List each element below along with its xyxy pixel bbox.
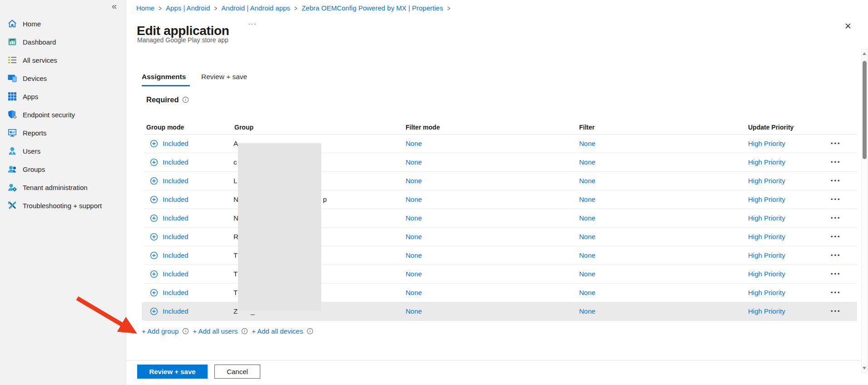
sidebar-item-apps[interactable]: Apps bbox=[0, 87, 126, 105]
sidebar-item-home[interactable]: Home bbox=[0, 15, 126, 33]
update-priority-link[interactable]: High Priority bbox=[748, 209, 785, 227]
tab-review-save[interactable]: Review + save bbox=[201, 73, 247, 81]
vertical-scrollbar[interactable] bbox=[861, 49, 868, 373]
sidebar-item-label: Troubleshooting + support bbox=[23, 202, 102, 210]
group-mode-included-link[interactable]: Included bbox=[163, 172, 188, 190]
update-priority-link[interactable]: High Priority bbox=[748, 172, 785, 190]
filter-link[interactable]: None bbox=[579, 190, 595, 209]
filter-mode-link[interactable]: None bbox=[406, 284, 422, 302]
row-context-menu-icon[interactable]: ••• bbox=[831, 246, 841, 265]
sidebar-item-label: Tenant administration bbox=[23, 184, 88, 191]
group-mode-included-link[interactable]: Included bbox=[163, 228, 188, 246]
row-context-menu-icon[interactable]: ••• bbox=[831, 135, 841, 153]
filter-mode-link[interactable]: None bbox=[406, 228, 422, 246]
sidebar-item-tenant-administration[interactable]: Tenant administration bbox=[0, 178, 126, 196]
info-icon[interactable] bbox=[182, 96, 189, 103]
sidebar-item-label: Users bbox=[23, 147, 40, 155]
group-mode-included-link[interactable]: Included bbox=[163, 265, 188, 283]
filter-link[interactable]: None bbox=[579, 135, 595, 153]
sidebar: « HomeDashboardAll servicesDevicesAppsEn… bbox=[0, 0, 126, 385]
active-tab-underline bbox=[142, 85, 190, 86]
group-name: Z bbox=[233, 302, 238, 320]
sidebar-item-dashboard[interactable]: Dashboard bbox=[0, 33, 126, 51]
cancel-button[interactable]: Cancel bbox=[214, 365, 260, 379]
group-mode-included-link[interactable]: Included bbox=[163, 209, 188, 227]
row-context-menu-icon[interactable]: ••• bbox=[831, 302, 841, 320]
breadcrumb-separator-icon: > bbox=[214, 4, 217, 13]
scroll-up-icon[interactable] bbox=[863, 52, 866, 55]
filter-link[interactable]: None bbox=[579, 265, 595, 283]
devices-icon bbox=[7, 73, 18, 84]
row-context-menu-icon[interactable]: ••• bbox=[831, 209, 841, 227]
filter-mode-link[interactable]: None bbox=[406, 135, 422, 153]
group-name-tail: p bbox=[323, 190, 327, 209]
sidebar-item-reports[interactable]: Reports bbox=[0, 124, 126, 142]
filter-mode-link[interactable]: None bbox=[406, 209, 422, 227]
info-icon[interactable] bbox=[307, 328, 313, 335]
breadcrumb-link[interactable]: Home bbox=[136, 4, 154, 12]
tab-assignments[interactable]: Assignments bbox=[142, 73, 186, 81]
sidebar-item-label: Dashboard bbox=[23, 38, 56, 46]
plus-circle-icon bbox=[150, 177, 158, 185]
scroll-down-icon[interactable] bbox=[863, 367, 866, 370]
update-priority-link[interactable]: High Priority bbox=[748, 228, 785, 246]
sidebar-item-devices[interactable]: Devices bbox=[0, 69, 126, 87]
update-priority-link[interactable]: High Priority bbox=[748, 302, 785, 320]
filter-mode-link[interactable]: None bbox=[406, 172, 422, 190]
add-all-devices-link[interactable]: + Add all devices bbox=[252, 327, 303, 335]
sidebar-item-users[interactable]: Users bbox=[0, 142, 126, 160]
row-context-menu-icon[interactable]: ••• bbox=[831, 190, 841, 209]
row-context-menu-icon[interactable]: ••• bbox=[831, 284, 841, 302]
close-icon[interactable]: ✕ bbox=[841, 19, 855, 33]
sidebar-item-groups[interactable]: Groups bbox=[0, 160, 126, 178]
update-priority-link[interactable]: High Priority bbox=[748, 153, 785, 171]
filter-link[interactable]: None bbox=[579, 284, 595, 302]
group-name: c bbox=[233, 153, 237, 171]
breadcrumb-link[interactable]: Apps | Android bbox=[166, 4, 210, 12]
sidebar-item-troubleshooting-support[interactable]: Troubleshooting + support bbox=[0, 196, 126, 215]
filter-mode-link[interactable]: None bbox=[406, 190, 422, 209]
group-mode-included-link[interactable]: Included bbox=[163, 284, 188, 302]
row-context-menu-icon[interactable]: ••• bbox=[831, 265, 841, 283]
update-priority-link[interactable]: High Priority bbox=[748, 246, 785, 265]
group-mode-included-link[interactable]: Included bbox=[163, 302, 188, 320]
filter-mode-link[interactable]: None bbox=[406, 246, 422, 265]
sidebar-item-all-services[interactable]: All services bbox=[0, 51, 126, 69]
add-all-users-link[interactable]: + Add all users bbox=[193, 327, 238, 335]
row-context-menu-icon[interactable]: ••• bbox=[831, 153, 841, 171]
more-options-icon[interactable]: ··· bbox=[248, 20, 257, 28]
sidebar-item-endpoint-security[interactable]: Endpoint security bbox=[0, 105, 126, 124]
update-priority-link[interactable]: High Priority bbox=[748, 284, 785, 302]
breadcrumb-link[interactable]: Zebra OEMConfig Powered by MX | Properti… bbox=[302, 4, 443, 12]
sidebar-collapse-icon[interactable]: « bbox=[112, 1, 117, 11]
update-priority-link[interactable]: High Priority bbox=[748, 265, 785, 283]
scrollbar-thumb[interactable] bbox=[863, 61, 867, 159]
group-mode-included-link[interactable]: Included bbox=[163, 153, 188, 171]
filter-mode-link[interactable]: None bbox=[406, 153, 422, 171]
filter-link[interactable]: None bbox=[579, 228, 595, 246]
info-icon[interactable] bbox=[182, 328, 189, 335]
filter-mode-link[interactable]: None bbox=[406, 302, 422, 320]
plus-circle-icon bbox=[150, 158, 158, 166]
filter-mode-link[interactable]: None bbox=[406, 265, 422, 283]
review-save-button[interactable]: Review + save bbox=[137, 365, 208, 379]
update-priority-link[interactable]: High Priority bbox=[748, 190, 785, 209]
filter-link[interactable]: None bbox=[579, 172, 595, 190]
plus-circle-icon bbox=[150, 289, 158, 297]
row-context-menu-icon[interactable]: ••• bbox=[831, 228, 841, 246]
group-name: L bbox=[233, 172, 237, 190]
info-icon[interactable] bbox=[241, 328, 248, 335]
add-group-link[interactable]: + Add group bbox=[142, 327, 179, 335]
group-mode-included-link[interactable]: Included bbox=[163, 190, 188, 209]
filter-link[interactable]: None bbox=[579, 246, 595, 265]
filter-link[interactable]: None bbox=[579, 153, 595, 171]
filter-link[interactable]: None bbox=[579, 302, 595, 320]
filter-link[interactable]: None bbox=[579, 209, 595, 227]
row-context-menu-icon[interactable]: ••• bbox=[831, 172, 841, 190]
breadcrumb-link[interactable]: Android | Android apps bbox=[221, 4, 290, 12]
breadcrumb-separator-icon: > bbox=[447, 4, 450, 13]
group-mode-included-link[interactable]: Included bbox=[163, 246, 188, 265]
plus-circle-icon bbox=[150, 214, 158, 222]
update-priority-link[interactable]: High Priority bbox=[748, 135, 785, 153]
group-mode-included-link[interactable]: Included bbox=[163, 135, 188, 153]
